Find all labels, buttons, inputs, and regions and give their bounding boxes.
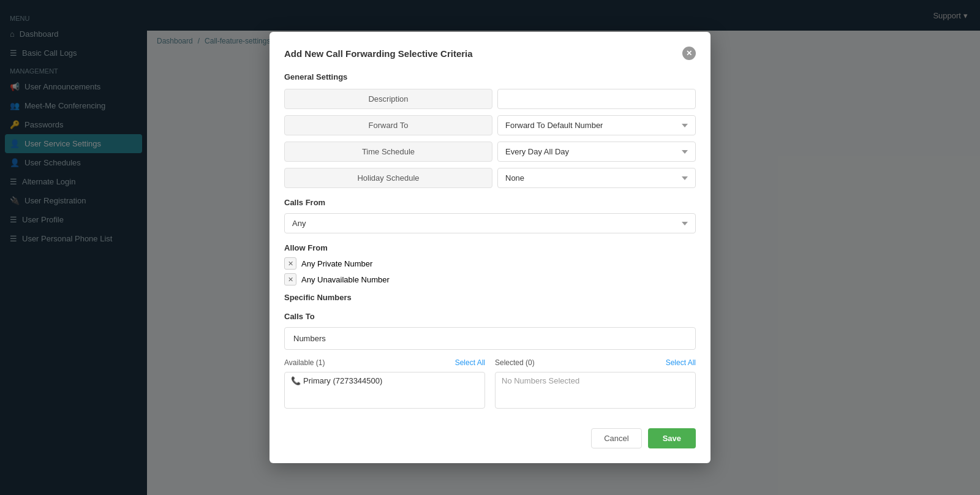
selected-header: Selected (0) Select All xyxy=(495,358,696,367)
save-button[interactable]: Save xyxy=(648,428,696,448)
calls-from-section: Calls From Any Specific Numbers Private … xyxy=(284,198,696,233)
calls-to-section: Calls To Numbers Available (1) Select Al… xyxy=(284,312,696,409)
modal-dialog: Add New Call Forwarding Selective Criter… xyxy=(270,32,710,463)
modal-header: Add New Call Forwarding Selective Criter… xyxy=(284,47,696,60)
modal-footer: Cancel Save xyxy=(284,428,696,448)
available-select-all[interactable]: Select All xyxy=(455,358,485,367)
modal-title: Add New Call Forwarding Selective Criter… xyxy=(284,48,473,59)
allow-from-label: Allow From xyxy=(284,243,696,252)
selected-select-all[interactable]: Select All xyxy=(666,358,696,367)
available-item-label: Primary (7273344500) xyxy=(303,376,382,385)
forward-to-row: Forward To Forward To Default Number For… xyxy=(284,115,696,135)
transfer-section: Available (1) Select All 📞 Primary (7273… xyxy=(284,358,696,409)
selected-col: Selected (0) Select All No Numbers Selec… xyxy=(495,358,696,409)
allow-from-section: Allow From ✕ Any Private Number ✕ Any Un… xyxy=(284,243,696,285)
calls-to-label: Calls To xyxy=(284,312,696,321)
general-settings-label: General Settings xyxy=(284,72,696,81)
calls-from-select[interactable]: Any Specific Numbers Private Numbers Una… xyxy=(284,213,696,233)
forward-to-select[interactable]: Forward To Default Number Forward To Num… xyxy=(497,115,696,135)
description-input[interactable] xyxy=(497,89,696,109)
description-row: Description xyxy=(284,89,696,109)
calls-from-label: Calls From xyxy=(284,198,696,207)
allow-from-private-item: ✕ Any Private Number xyxy=(284,257,696,270)
available-label: Available (1) xyxy=(284,358,325,367)
available-list: 📞 Primary (7273344500) xyxy=(284,372,485,409)
modal-overlay: Add New Call Forwarding Selective Criter… xyxy=(0,0,980,495)
selected-label: Selected (0) xyxy=(495,358,535,367)
time-schedule-label: Time Schedule xyxy=(284,142,492,162)
time-schedule-row: Time Schedule Every Day All Day Weekdays… xyxy=(284,142,696,162)
holiday-schedule-select[interactable]: None Holiday Schedule 1 xyxy=(497,168,696,188)
description-label: Description xyxy=(284,89,492,109)
selected-list-empty: No Numbers Selected xyxy=(502,376,579,385)
cancel-button[interactable]: Cancel xyxy=(591,428,641,448)
available-list-item[interactable]: 📞 Primary (7273344500) xyxy=(291,376,478,385)
available-col: Available (1) Select All 📞 Primary (7273… xyxy=(284,358,485,409)
numbers-box-label: Numbers xyxy=(293,334,687,343)
phone-icon: 📞 xyxy=(291,376,301,385)
available-header: Available (1) Select All xyxy=(284,358,485,367)
selected-list: No Numbers Selected xyxy=(495,372,696,409)
unavailable-number-label: Any Unavailable Number xyxy=(301,275,390,284)
holiday-schedule-row: Holiday Schedule None Holiday Schedule 1 xyxy=(284,168,696,188)
specific-numbers-label: Specific Numbers xyxy=(284,293,696,302)
remove-unavailable-button[interactable]: ✕ xyxy=(284,273,296,285)
forward-to-label: Forward To xyxy=(284,115,492,135)
time-schedule-select[interactable]: Every Day All Day Weekdays Weekends xyxy=(497,142,696,162)
allow-from-unavailable-item: ✕ Any Unavailable Number xyxy=(284,273,696,285)
remove-private-button[interactable]: ✕ xyxy=(284,257,296,270)
modal-close-button[interactable]: ✕ xyxy=(682,47,696,60)
numbers-box: Numbers xyxy=(284,327,696,350)
private-number-label: Any Private Number xyxy=(301,259,372,268)
holiday-schedule-label: Holiday Schedule xyxy=(284,168,492,188)
